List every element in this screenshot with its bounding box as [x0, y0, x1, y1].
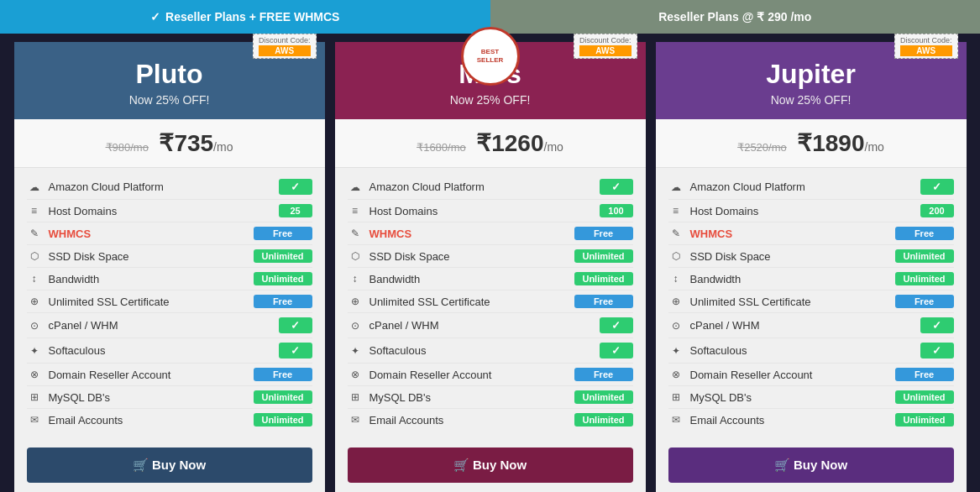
- pricing-pluto: ₹980/mo ₹735/mo: [14, 119, 325, 168]
- feature-value-unlimited: Unlimited: [574, 249, 633, 263]
- feature-row: ≡ Host Domains 25: [27, 200, 312, 222]
- feature-label: Bandwidth: [49, 273, 100, 285]
- feature-label: Domain Reseller Account: [690, 369, 813, 381]
- feature-row: ☁ Amazon Cloud Platform ✓: [668, 175, 954, 200]
- feature-value-unlimited: Unlimited: [254, 249, 312, 263]
- feature-value-unlimited: Unlimited: [895, 413, 954, 427]
- feature-left: ☁ Amazon Cloud Platform: [348, 181, 485, 193]
- feature-value-unlimited: Unlimited: [895, 249, 954, 263]
- feature-label: SSD Disk Space: [49, 250, 129, 263]
- feature-value-free: Free: [254, 295, 312, 308]
- feature-label: cPanel / WHM: [49, 319, 118, 332]
- plan-card-mars: Discount Code:AWSBESTSELLERMarsNow 25% O…: [335, 42, 646, 492]
- feature-value-number: 100: [600, 204, 633, 217]
- feature-icon: ≡: [668, 205, 684, 217]
- feature-icon: ⊞: [348, 391, 363, 403]
- feature-icon: ⊙: [668, 320, 684, 332]
- feature-value-free: Free: [895, 295, 954, 308]
- feature-label: SSD Disk Space: [369, 250, 450, 263]
- buy-now-button-mars[interactable]: 🛒 Buy Now: [348, 448, 633, 483]
- feature-icon: ✦: [348, 345, 363, 357]
- feature-row: ☁ Amazon Cloud Platform ✓: [27, 175, 312, 200]
- buy-now-button-jupiter[interactable]: 🛒 Buy Now: [668, 448, 954, 483]
- feature-label: cPanel / WHM: [369, 319, 439, 332]
- feature-row: ✦ Softaculous ✓: [668, 338, 954, 364]
- feature-label: Domain Reseller Account: [49, 369, 171, 381]
- feature-label: Bandwidth: [690, 273, 742, 285]
- feature-value-free: Free: [574, 227, 633, 240]
- feature-left: ⊕ Unlimited SSL Certificate: [668, 296, 811, 308]
- feature-value-number: 25: [279, 204, 312, 217]
- feature-icon: ✎: [348, 228, 363, 239]
- feature-icon: ↕: [668, 273, 684, 285]
- feature-label: Amazon Cloud Platform: [369, 181, 485, 193]
- plan-discount-pluto: Now 25% OFF!: [27, 93, 312, 107]
- discount-badge-jupiter: Discount Code:AWS: [894, 34, 958, 59]
- feature-left: ⊞ MySQL DB's: [27, 391, 111, 404]
- feature-row: ⊞ MySQL DB's Unlimited: [348, 386, 633, 409]
- original-price-pluto: ₹980/mo: [106, 141, 149, 154]
- whmcs-link[interactable]: WHMCS: [690, 228, 733, 240]
- feature-value-free: Free: [254, 227, 312, 240]
- feature-left: ✎ WHMCS: [348, 228, 412, 240]
- feature-left: ✦ Softaculous: [668, 344, 747, 357]
- feature-value-unlimited: Unlimited: [574, 413, 633, 427]
- banner-left[interactable]: ✓ Reseller Plans + FREE WHMCS: [0, 0, 490, 34]
- feature-left: ✉ Email Accounts: [27, 414, 123, 427]
- discount-badge-pluto: Discount Code:AWS: [253, 34, 317, 59]
- current-price-jupiter: ₹1890/mo: [797, 130, 884, 156]
- feature-icon: ✉: [27, 414, 42, 426]
- buy-now-button-pluto[interactable]: 🛒 Buy Now: [27, 448, 312, 483]
- feature-icon: ✎: [668, 228, 684, 239]
- feature-row: ✎ WHMCS Free: [668, 222, 954, 245]
- feature-icon: ⊕: [668, 296, 684, 307]
- main-content: Discount Code:AWSPlutoNow 25% OFF! ₹980/…: [0, 34, 980, 492]
- banner-right[interactable]: Reseller Plans @ ₹ 290 /mo: [490, 0, 981, 34]
- feature-label: MySQL DB's: [49, 391, 111, 404]
- feature-icon: ☁: [668, 181, 684, 193]
- feature-icon: ☁: [348, 181, 363, 193]
- feature-value-check: ✓: [920, 317, 954, 333]
- feature-value-check: ✓: [279, 179, 312, 195]
- feature-row: ✉ Email Accounts Unlimited: [27, 409, 312, 431]
- feature-icon: ⊗: [668, 369, 684, 380]
- feature-row: ✉ Email Accounts Unlimited: [668, 409, 954, 431]
- feature-icon: ⊙: [27, 320, 42, 332]
- feature-value-check: ✓: [279, 317, 312, 333]
- feature-left: ⊞ MySQL DB's: [668, 391, 752, 404]
- feature-left: ✉ Email Accounts: [668, 414, 765, 427]
- feature-label: Bandwidth: [369, 273, 421, 285]
- banner-right-text: Reseller Plans @ ₹ 290 /mo: [658, 10, 811, 24]
- feature-label: cPanel / WHM: [690, 319, 760, 332]
- feature-label: Softaculous: [49, 344, 106, 357]
- feature-icon: ⊕: [348, 296, 363, 307]
- feature-icon: ≡: [27, 205, 42, 217]
- buy-section-pluto: 🛒 Buy Now: [14, 437, 325, 492]
- feature-row: ✎ WHMCS Free: [348, 222, 633, 245]
- feature-icon: ⬡: [27, 250, 42, 262]
- feature-row: ✎ WHMCS Free: [27, 222, 312, 245]
- feature-icon: ⊞: [27, 391, 42, 403]
- plan-discount-jupiter: Now 25% OFF!: [668, 93, 954, 107]
- feature-value-free: Free: [895, 368, 954, 381]
- feature-label: Email Accounts: [369, 414, 444, 427]
- feature-icon: ⊗: [27, 369, 42, 380]
- feature-row: ✦ Softaculous ✓: [348, 338, 633, 364]
- feature-row: ↕ Bandwidth Unlimited: [27, 268, 312, 290]
- feature-value-unlimited: Unlimited: [895, 272, 954, 285]
- feature-row: ⊞ MySQL DB's Unlimited: [668, 386, 954, 409]
- feature-label: Host Domains: [49, 205, 118, 217]
- whmcs-link[interactable]: WHMCS: [49, 228, 92, 240]
- feature-row: ⊗ Domain Reseller Account Free: [668, 364, 954, 386]
- feature-value-check: ✓: [920, 179, 954, 195]
- feature-label: Unlimited SSL Certificate: [369, 296, 490, 308]
- feature-icon: ✎: [27, 228, 42, 239]
- feature-label: Host Domains: [690, 205, 759, 217]
- feature-row: ≡ Host Domains 200: [668, 200, 954, 222]
- feature-label: Amazon Cloud Platform: [690, 181, 805, 193]
- features-list-mars: ☁ Amazon Cloud Platform ✓ ≡ Host Domains…: [335, 168, 646, 437]
- whmcs-link[interactable]: WHMCS: [369, 228, 412, 240]
- feature-value-free: Free: [574, 295, 633, 308]
- buy-section-mars: 🛒 Buy Now: [335, 437, 646, 492]
- feature-row: ⊕ Unlimited SSL Certificate Free: [348, 290, 633, 313]
